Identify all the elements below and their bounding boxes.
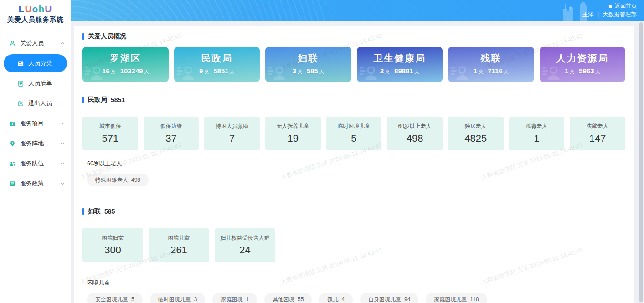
org-card-canlian[interactable]: 残联 1类7116人: [448, 47, 534, 82]
sidebar-group-service-position[interactable]: 服务阵地: [0, 134, 71, 154]
tag-other-difficulty[interactable]: 其他困境55: [264, 293, 312, 303]
org-name: 罗湖区: [82, 52, 169, 65]
org-name: 人力资源局: [540, 52, 626, 65]
org-name: 残联: [448, 52, 534, 65]
stat-label: 妇儿权益受侵害人群: [216, 234, 273, 242]
stat-card[interactable]: 失能老人147: [570, 117, 625, 150]
stat-card[interactable]: 低保边缘37: [144, 117, 199, 150]
scrollbar-thumb[interactable]: [639, 22, 643, 302]
user-name: 王泽: [582, 11, 594, 18]
stat-card[interactable]: 特困人员救助7: [204, 117, 260, 150]
stat-label: 无人抚养儿童: [267, 123, 319, 130]
section-title-text: 妇联: [88, 207, 101, 216]
tag-temp-difficulty-children[interactable]: 临时困境儿童3: [150, 293, 206, 303]
unit-label: 类: [570, 69, 574, 74]
sidebar-group-label: 服务政策: [20, 180, 44, 188]
stat-value: 19: [267, 133, 319, 144]
unit-label: 人: [415, 69, 419, 74]
stat-label: 城市低保: [84, 123, 136, 130]
sidebar-group-service-project[interactable]: 服务项目: [0, 113, 71, 134]
tag-label: 孤儿: [327, 296, 338, 303]
unit-label: 类: [385, 69, 390, 74]
tag-orphan[interactable]: 孤儿4: [319, 293, 353, 303]
tag-family-difficulty[interactable]: 家庭困境1: [212, 293, 257, 303]
tag-family-difficulty-children[interactable]: 家庭困境儿童118: [426, 293, 487, 303]
sidebar-group-label: 服务队伍: [20, 159, 44, 168]
org-card-minzheng[interactable]: 民政局 9类5851人: [174, 47, 260, 82]
user-icon: [9, 40, 16, 47]
logo-letter: U: [45, 4, 52, 14]
luohu-logo: LUohU: [0, 4, 71, 15]
tag-label: 安全困境儿童: [95, 296, 128, 303]
people-list-icon: [268, 64, 287, 80]
sidebar-item-personnel-list[interactable]: 人员清单: [0, 73, 71, 93]
section-total: 5851: [111, 96, 125, 103]
people-list-icon: [359, 64, 378, 80]
org-card-health[interactable]: 卫生健康局 2类89881人: [357, 47, 443, 82]
stat-card[interactable]: 孤寡老人1: [509, 117, 565, 150]
sidebar-nav: 关爱人员 人员分类 人员清单 退出人员 服务项目 服务阵地 服务队伍: [0, 33, 71, 194]
stat-card[interactable]: 临时困境儿童5: [326, 117, 382, 150]
org-card-fulian[interactable]: 妇联 3类585人: [265, 47, 351, 82]
tag-value: 3: [194, 296, 197, 303]
tag-self-difficulty-children[interactable]: 自身困境儿童94: [360, 293, 418, 303]
org-name: 民政局: [174, 52, 260, 65]
stat-card[interactable]: 60岁以上老人498: [387, 117, 443, 150]
stat-card[interactable]: 困境儿童261: [149, 228, 209, 262]
section-title-text: 民政局: [88, 96, 107, 104]
divider: |: [598, 11, 599, 18]
sidebar-group-service-team[interactable]: 服务队伍: [0, 154, 71, 174]
return-home-link[interactable]: 返回首页: [582, 2, 637, 10]
tag-special-difficulty-elderly[interactable]: 特殊困难老人498: [87, 174, 149, 186]
stat-value: 261: [150, 244, 207, 256]
tag-value: 118: [470, 296, 479, 303]
sidebar-item-exit-personnel[interactable]: 退出人员: [0, 93, 71, 113]
title-bar-decoration: [82, 33, 84, 40]
unit-label: 类: [111, 69, 116, 74]
stat-card[interactable]: 困境妇女300: [82, 228, 143, 262]
tag-safety-difficulty-children[interactable]: 安全困境儿童5: [87, 293, 143, 303]
sidebar-item-label: 人员清单: [28, 79, 52, 87]
stat-value: 4825: [450, 133, 502, 144]
category-count: 2: [380, 67, 384, 75]
top-header: 返回首页 王泽|大数据管理部: [71, 0, 644, 21]
sidebar-item-label: 人员分类: [28, 59, 52, 67]
stat-card[interactable]: 妇儿权益受侵害人群24: [215, 228, 275, 262]
stat-label: 临时困境儿童: [328, 123, 380, 130]
unit-label: 类: [479, 69, 483, 74]
elderly-tags-row: 特殊困难老人498: [87, 174, 625, 186]
tag-value: 55: [298, 296, 304, 303]
home-icon: [608, 4, 613, 9]
sidebar-group-care-people[interactable]: 关爱人员: [0, 33, 71, 53]
unit-label: 人: [596, 69, 600, 74]
sidebar-group-service-policy[interactable]: 服务政策: [0, 174, 71, 194]
org-card-hr[interactable]: 人力资源局 1类5963人: [540, 47, 626, 82]
people-count: 585: [307, 67, 318, 75]
stat-card[interactable]: 无人抚养儿童19: [265, 117, 321, 150]
system-name: 关爱人员服务系统: [0, 15, 71, 24]
stat-label: 特困人员救助: [206, 123, 258, 130]
chevron-down-icon: [60, 161, 65, 166]
stat-value: 1: [511, 133, 563, 144]
tag-value: 498: [131, 177, 140, 183]
org-card-luohu[interactable]: 罗湖区 16类103249人: [82, 47, 169, 82]
chevron-down-icon: [60, 141, 65, 146]
unit-label: 人: [504, 69, 509, 74]
main-content-panel: 关爱人员概况 罗湖区 16类103249人 民政局 9类5851人 妇联 3类5…: [74, 26, 634, 303]
tag-value: 5: [131, 296, 134, 303]
user-info[interactable]: 王泽|大数据管理部: [582, 11, 637, 19]
children-sub-label: 困境儿童: [87, 279, 625, 287]
id-card-icon: [17, 60, 24, 67]
people-list-icon: [176, 64, 196, 80]
unit-label: 人: [319, 69, 324, 74]
stat-card[interactable]: 独居老人4825: [448, 117, 504, 150]
header-wave-decoration: [71, 0, 331, 21]
vertical-scrollbar[interactable]: [639, 21, 643, 303]
elderly-sub-label: 60岁以上老人: [87, 160, 625, 168]
stat-card[interactable]: 城市低保571: [82, 117, 138, 150]
people-list-icon: [85, 64, 104, 80]
user-department: 大数据管理部: [603, 11, 637, 18]
stat-label: 60岁以上老人: [389, 123, 441, 130]
tag-label: 临时困境儿童: [158, 296, 191, 303]
sidebar-item-personnel-classify[interactable]: 人员分类: [4, 54, 67, 72]
